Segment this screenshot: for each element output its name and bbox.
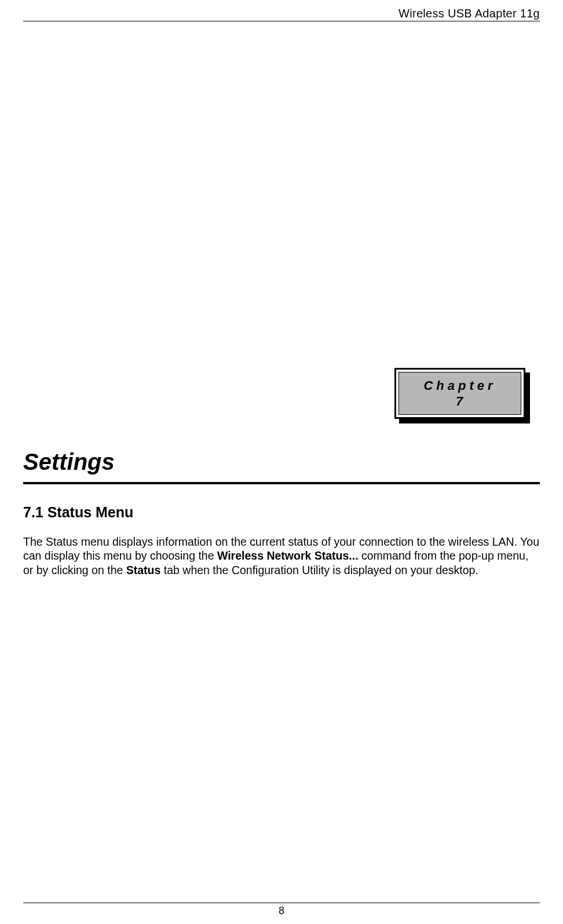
page-title: Settings bbox=[23, 449, 540, 480]
footer-rule bbox=[23, 903, 540, 903]
chapter-box-outer-border: Chapter 7 bbox=[394, 368, 525, 419]
paragraph-bold-1: Wireless Network Status... bbox=[217, 549, 359, 562]
document-page: Wireless USB Adapter 11g Chapter 7 Setti… bbox=[0, 0, 563, 924]
paragraph-bold-2: Status bbox=[126, 564, 161, 576]
chapter-number: 7 bbox=[456, 393, 464, 410]
chapter-label: Chapter bbox=[423, 378, 496, 394]
header-product-name: Wireless USB Adapter 11g bbox=[399, 7, 540, 20]
header-rule bbox=[23, 21, 540, 21]
chapter-box-inner: Chapter 7 bbox=[399, 372, 521, 415]
page-number: 8 bbox=[0, 905, 563, 917]
paragraph-part-3: tab when the Configuration Utility is di… bbox=[160, 564, 478, 576]
chapter-box: Chapter 7 bbox=[394, 368, 525, 419]
body-paragraph: The Status menu displays information on … bbox=[23, 535, 540, 577]
section-heading: 7.1 Status Menu bbox=[23, 504, 133, 521]
title-rule bbox=[23, 482, 540, 484]
